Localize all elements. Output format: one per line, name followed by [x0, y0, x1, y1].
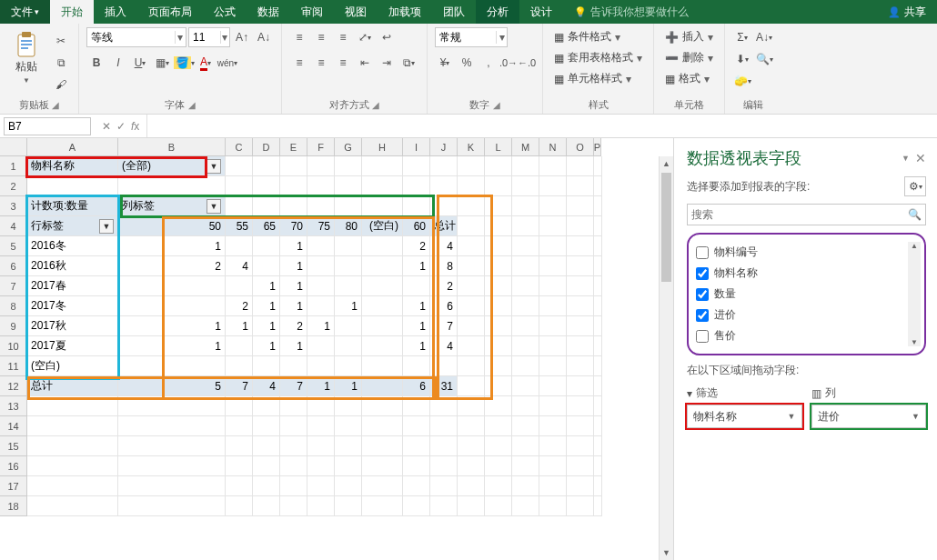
cell[interactable] [594, 236, 602, 256]
cell[interactable] [335, 416, 362, 436]
merge-button[interactable]: ⧉▾ [398, 53, 418, 73]
cell[interactable] [403, 456, 430, 476]
cell[interactable] [307, 356, 335, 376]
cell[interactable] [362, 236, 403, 256]
cell[interactable] [458, 356, 485, 376]
cell[interactable] [512, 456, 539, 476]
row-header-8[interactable]: 8 [0, 296, 27, 316]
cell[interactable] [512, 316, 539, 336]
cell[interactable] [27, 496, 118, 516]
cell[interactable] [307, 256, 335, 276]
format-cells-button[interactable]: ▦格式▾ [661, 69, 717, 88]
cell[interactable]: 总计 [430, 216, 458, 236]
field-checkbox[interactable] [696, 309, 709, 322]
area-filter[interactable]: ▾筛选 物料名称▼ [687, 385, 802, 428]
cell[interactable] [458, 196, 485, 216]
wrap-text-button[interactable]: ↩ [377, 27, 397, 47]
cell[interactable] [485, 196, 512, 216]
cell[interactable] [539, 416, 567, 436]
cell[interactable] [594, 396, 602, 416]
cell[interactable] [594, 496, 602, 516]
row-header-11[interactable]: 11 [0, 356, 27, 376]
cell[interactable]: 80 [335, 216, 362, 236]
cell[interactable] [307, 156, 335, 176]
cell[interactable] [362, 276, 403, 296]
col-header-P[interactable]: P [594, 138, 601, 156]
cell[interactable]: 2016秋 [27, 256, 118, 276]
cell[interactable] [307, 176, 335, 196]
row-header-1[interactable]: 1 [0, 156, 27, 176]
cell[interactable]: 60 [403, 216, 430, 236]
percent-button[interactable]: % [457, 53, 477, 73]
row-header-16[interactable]: 16 [0, 456, 27, 476]
dec-decimal-button[interactable]: ←.0 [519, 55, 535, 71]
cell[interactable]: 6 [403, 376, 430, 396]
cell[interactable] [458, 216, 485, 236]
field-item[interactable]: 售价 [694, 325, 919, 346]
cell[interactable] [335, 236, 362, 256]
cell[interactable] [362, 336, 403, 356]
cell[interactable] [539, 316, 567, 336]
cell[interactable] [594, 456, 602, 476]
orientation-button[interactable]: ⤢▾ [355, 27, 375, 47]
field-checkbox[interactable] [696, 246, 709, 259]
row-header-5[interactable]: 5 [0, 236, 27, 256]
sort-filter-button[interactable]: A↓▾ [754, 27, 774, 47]
cell[interactable] [512, 196, 539, 216]
cut-button[interactable]: ✂ [51, 31, 71, 51]
cell[interactable] [594, 156, 602, 176]
pane-dropdown-icon[interactable]: ▼ [902, 154, 910, 163]
cell[interactable] [280, 436, 307, 456]
cell[interactable] [485, 376, 512, 396]
cell[interactable] [253, 456, 280, 476]
cell[interactable] [27, 396, 118, 416]
cell[interactable] [253, 416, 280, 436]
row-header-18[interactable]: 18 [0, 496, 27, 516]
cell[interactable]: 1 [307, 316, 335, 336]
cell[interactable] [458, 176, 485, 196]
tab-data[interactable]: 数据 [247, 0, 290, 24]
area-columns[interactable]: ▥列 进价▼ [811, 385, 927, 428]
cell[interactable]: 65 [253, 216, 280, 236]
cell[interactable]: 4 [430, 236, 458, 256]
cell[interactable] [539, 296, 567, 316]
cell[interactable] [335, 496, 362, 516]
cell[interactable] [27, 436, 118, 456]
cell[interactable] [512, 396, 539, 416]
tab-view[interactable]: 视图 [334, 0, 378, 24]
cell[interactable] [403, 476, 430, 496]
cell[interactable] [253, 256, 280, 276]
cell[interactable] [539, 196, 567, 216]
cell[interactable]: 2 [280, 316, 307, 336]
cell[interactable]: 总计 [27, 376, 118, 396]
insert-cells-button[interactable]: ➕插入▾ [661, 27, 717, 46]
inc-decimal-button[interactable]: .0→ [500, 55, 517, 71]
cell[interactable] [362, 256, 403, 276]
cell[interactable] [335, 176, 362, 196]
row-header-14[interactable]: 14 [0, 416, 27, 436]
cell[interactable]: 1 [253, 296, 280, 316]
cell[interactable] [430, 196, 458, 216]
font-name-combo[interactable]: ▾ [86, 27, 186, 47]
delete-cells-button[interactable]: ➖删除▾ [661, 48, 717, 67]
filter-dropdown[interactable]: ▼ [207, 199, 221, 214]
cell[interactable] [567, 396, 594, 416]
cell[interactable] [362, 196, 403, 216]
name-box[interactable] [4, 117, 91, 135]
tab-insert[interactable]: 插入 [94, 0, 137, 24]
cell[interactable] [335, 316, 362, 336]
cell[interactable]: 行标签▼ [27, 216, 118, 236]
field-item[interactable]: 进价 [694, 305, 919, 325]
cell[interactable] [485, 416, 512, 436]
col-header-D[interactable]: D [253, 138, 280, 156]
copy-button[interactable]: ⧉ [51, 53, 71, 73]
pane-close-button[interactable]: ✕ [915, 151, 926, 165]
cell[interactable] [403, 436, 430, 456]
cell[interactable]: 1 [280, 236, 307, 256]
cell[interactable] [512, 216, 539, 236]
cell[interactable] [458, 316, 485, 336]
cell[interactable] [512, 276, 539, 296]
cell[interactable] [594, 216, 602, 236]
number-launcher[interactable]: ◢ [493, 100, 500, 110]
cell[interactable]: (空白) [362, 216, 403, 236]
